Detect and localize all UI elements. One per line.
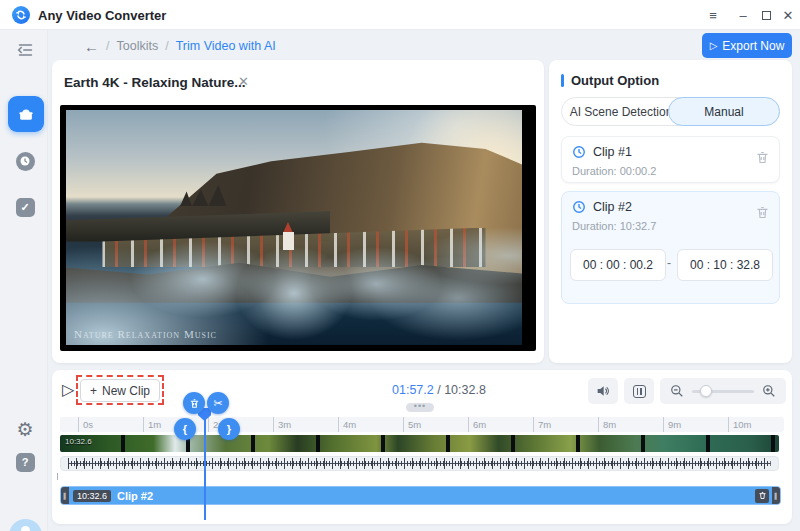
breadcrumb-separator: / xyxy=(165,39,168,53)
clip-2-card[interactable]: Clip #2 Duration: 10:32.7 00 : 00 : 00.2… xyxy=(561,191,780,304)
breadcrumb: ← / Toolkits / Trim Video with AI xyxy=(84,37,276,55)
zoom-slider[interactable] xyxy=(692,390,754,393)
minimize-icon[interactable]: – xyxy=(734,8,752,23)
sidebar-item-tasks[interactable]: ✓ xyxy=(14,196,36,218)
sidebar-item-help[interactable]: ? xyxy=(14,451,36,473)
sidebar-item-history[interactable] xyxy=(14,150,36,172)
time-separator: / xyxy=(434,383,444,397)
export-now-button[interactable]: ▷ Export Now xyxy=(702,33,792,58)
collapse-sidebar-icon[interactable] xyxy=(14,39,36,61)
sidebar-item-video-converter[interactable] xyxy=(8,96,44,132)
sidebar: ✓ ⚙ ? xyxy=(0,30,48,531)
time-display: 01:57.2 / 10:32.8 xyxy=(392,383,486,397)
ruler-tick: 0s xyxy=(78,417,143,432)
clip-1-delete-icon[interactable] xyxy=(755,150,770,165)
duration-label: Duration: xyxy=(572,165,617,177)
tab-manual[interactable]: Manual xyxy=(668,97,780,126)
clip-2-header: Clip #2 xyxy=(572,200,632,214)
breadcrumb-current: Trim Video with AI xyxy=(176,39,276,53)
current-time: 01:57.2 xyxy=(392,383,434,397)
timeline-zoom-control xyxy=(660,378,786,404)
trash-icon xyxy=(189,398,200,409)
clip-end-time-input[interactable]: 00 : 10 : 32.8 xyxy=(677,249,773,281)
maximize-icon[interactable] xyxy=(757,8,775,23)
clip-bar-label: Clip #2 xyxy=(117,490,153,502)
clip-2-duration: Duration: 10:32.7 xyxy=(572,220,656,232)
close-brace-icon: } xyxy=(227,423,231,435)
ruler-tick: 5m xyxy=(403,417,468,432)
audio-waveform-track[interactable] xyxy=(60,456,779,471)
clip-left-handle[interactable]: ∥ xyxy=(61,487,69,504)
duration-value: 10:32.7 xyxy=(620,220,657,232)
delete-at-playhead-button[interactable] xyxy=(183,392,205,414)
video-preview[interactable]: Nature Relaxation Music xyxy=(60,105,536,351)
ruler-tick: 7m xyxy=(533,417,598,432)
timeline-ruler[interactable]: 0s1m2m3m4m5m6m7m8m9m10m xyxy=(60,417,784,432)
sidebar-item-settings[interactable]: ⚙ xyxy=(14,418,36,440)
video-track-time: 10:32.6 xyxy=(65,437,92,446)
clock-icon xyxy=(16,152,35,171)
timeline-scroll-handle[interactable]: ••• xyxy=(406,403,434,412)
video-track[interactable]: 10:32.6 xyxy=(60,435,779,452)
zoom-in-icon[interactable] xyxy=(762,384,776,398)
menu-icon[interactable]: ≡ xyxy=(704,8,722,23)
back-arrow-icon[interactable]: ← xyxy=(84,38,99,55)
total-time: 10:32.8 xyxy=(444,383,486,397)
clip-right-handle[interactable]: ∥ xyxy=(772,487,780,504)
plus-icon: + xyxy=(90,384,97,398)
ruler-tick: 8m xyxy=(598,417,663,432)
split-view-icon xyxy=(633,385,646,398)
clip-start-time-input[interactable]: 00 : 00 : 00.2 xyxy=(570,249,666,281)
accent-bar xyxy=(561,74,564,87)
avatar-head xyxy=(21,526,30,531)
preview-ocean-foam xyxy=(66,110,522,345)
video-title: Earth 4K - Relaxing Nature... xyxy=(64,75,246,90)
breadcrumb-toolkits[interactable]: Toolkits xyxy=(116,39,158,53)
split-clip-button[interactable]: ✂ xyxy=(207,392,229,414)
duration-value: 00:00.2 xyxy=(620,165,657,177)
video-close-icon[interactable]: ✕ xyxy=(238,74,249,89)
output-option-title: Output Option xyxy=(571,73,659,88)
clip-2-delete-icon[interactable] xyxy=(755,205,770,220)
ruler-tick: 9m xyxy=(663,417,728,432)
question-icon: ? xyxy=(16,453,35,472)
zoom-out-icon[interactable] xyxy=(670,384,684,398)
video-panel: Earth 4K - Relaxing Nature... ✕ Nature R… xyxy=(52,60,544,363)
timeline-panel: ▷ + New Clip 01:57.2 / 10:32.8 ••• 0s1m2… xyxy=(52,370,792,524)
open-brace-icon: { xyxy=(183,423,187,435)
clip-2-timeline-bar[interactable]: ∥ 10:32.6 Clip #2 ∥ xyxy=(60,486,781,505)
clip-bar-delete-icon[interactable] xyxy=(755,489,769,503)
range-separator: - xyxy=(667,256,671,270)
ruler-tick: 10m xyxy=(728,417,784,432)
clock-icon xyxy=(572,200,586,214)
ruler-tick: 3m xyxy=(273,417,338,432)
set-start-bracket-button[interactable]: { xyxy=(174,418,196,440)
tab-ai-scene-detection[interactable]: AI Scene Detection xyxy=(562,98,680,125)
play-outline-icon: ▷ xyxy=(710,40,718,51)
video-watermark: Nature Relaxation Music xyxy=(74,328,217,340)
maximize-box xyxy=(762,11,771,20)
duration-label: Duration: xyxy=(572,220,617,232)
clip-1-duration: Duration: 00:00.2 xyxy=(572,165,656,177)
app-logo-icon xyxy=(12,6,30,24)
user-avatar[interactable] xyxy=(9,519,42,531)
clip-1-header: Clip #1 xyxy=(572,145,632,159)
volume-button[interactable] xyxy=(588,378,618,404)
playhead-line xyxy=(204,410,206,520)
export-now-label: Export Now xyxy=(722,39,784,53)
ruler-tick: 6m xyxy=(468,417,533,432)
video-frame: Nature Relaxation Music xyxy=(66,110,522,345)
new-clip-button[interactable]: + New Clip xyxy=(80,379,160,402)
app-title: Any Video Converter xyxy=(38,8,166,23)
clip-1-card[interactable]: Clip #1 Duration: 00:00.2 xyxy=(561,136,780,183)
output-option-panel: Output Option AI Scene Detection Manual … xyxy=(549,60,792,363)
detection-mode-tabs: AI Scene Detection Manual xyxy=(561,97,780,126)
zoom-slider-handle[interactable] xyxy=(700,385,712,397)
close-icon[interactable]: ✕ xyxy=(779,8,797,23)
clip-1-name: Clip #1 xyxy=(593,145,632,159)
split-view-button[interactable] xyxy=(624,378,654,404)
breadcrumb-separator: / xyxy=(106,39,109,53)
set-end-bracket-button[interactable]: } xyxy=(218,418,240,440)
output-option-header: Output Option xyxy=(561,73,659,88)
clip-duration-badge: 10:32.6 xyxy=(73,490,111,502)
